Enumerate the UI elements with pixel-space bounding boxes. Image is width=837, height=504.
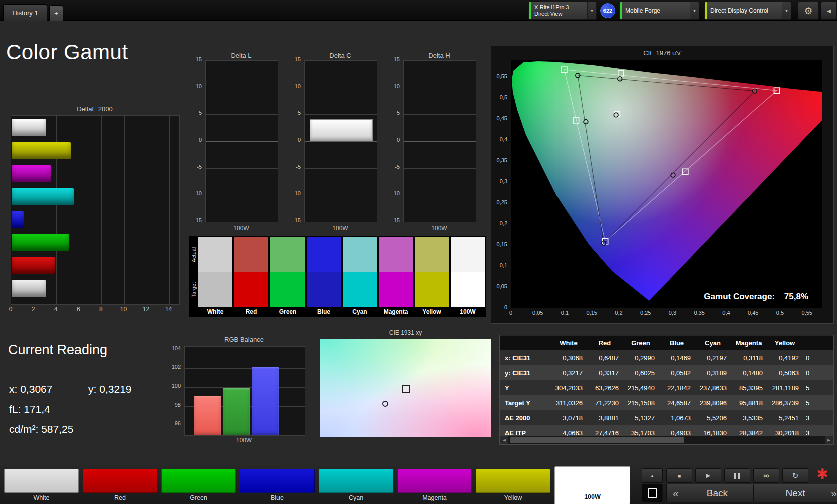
cie-xtick: 0,3 (662, 310, 684, 316)
deltae-xtick: 2 (26, 306, 41, 313)
pattern-label: Red (83, 494, 157, 501)
continuous-measure-button[interactable]: ∞ (753, 468, 779, 483)
table-row: ΔE ITP4,066327,471635,17030,490316,18302… (500, 425, 833, 436)
swatch-label: 100W (451, 307, 485, 316)
measurement-count-badge: 622 (600, 3, 615, 18)
deltae-bar-red (12, 257, 55, 274)
alert-button[interactable]: ✱ (810, 465, 834, 482)
table-col-header: Cyan (695, 339, 731, 347)
delta-ytick: -5 (385, 164, 400, 170)
x-label: x: (9, 383, 17, 395)
settings-button[interactable]: ⚙ (798, 2, 819, 20)
rgb-gridline (185, 350, 305, 350)
cie-ytick: 0,5 (500, 94, 507, 100)
delta-gridline (305, 168, 377, 169)
delta-ytick: 15 (385, 56, 400, 62)
deltae-bars (12, 116, 179, 304)
table-row: ΔE 20003,07183,88815,13271,06735,52063,5… (500, 410, 833, 425)
delta-gridline (206, 141, 278, 142)
chevron-double-right-icon: » (831, 487, 837, 499)
swatch-actual (379, 237, 413, 272)
delta-gridline (404, 195, 476, 195)
pattern-label: Magenta (397, 494, 472, 501)
scrollbar-track[interactable] (508, 436, 825, 444)
tab-history[interactable]: History 1 (3, 4, 47, 21)
up-arrow-icon: ▲ (650, 473, 655, 478)
pattern-swatch (476, 469, 550, 493)
pattern-swatch (319, 469, 393, 493)
table-cell: 0,4903 (659, 429, 695, 437)
pattern-window-button[interactable] (642, 484, 663, 502)
swatch-label: Red (234, 307, 268, 316)
table-cell: 5,1327 (623, 414, 659, 422)
spectral-locus-fill (511, 60, 822, 308)
table-scrollbar[interactable]: ◀ ▶ (500, 436, 833, 444)
back-button[interactable]: « Back (666, 484, 762, 502)
swatch-actual (343, 237, 377, 272)
delta-plot-1 (304, 60, 377, 222)
scroll-right-icon[interactable]: ▶ (825, 436, 833, 444)
pattern-magenta[interactable]: Magenta (397, 469, 472, 502)
delta-ytick: -10 (385, 190, 400, 196)
rgb-ylabels: 1041021009896 (165, 346, 182, 435)
cie-ylabels: 0,550,50,450,40,350,30,250,20,150,10,050 (491, 60, 509, 308)
chevron-down-icon: ▼ (587, 2, 596, 19)
swatch-label: Magenta (379, 307, 413, 316)
scroll-left-icon[interactable]: ◀ (500, 436, 508, 444)
cie-xtick: 0,1 (554, 310, 576, 316)
cie1976-title: CIE 1976 u'v' (491, 49, 833, 57)
stop-button[interactable]: ■ (666, 468, 692, 483)
delta-gridline (404, 114, 476, 115)
table-cell: 0,3217 (550, 369, 587, 377)
deltae-bar-yellow (12, 142, 71, 159)
current-reading-fl: fL: 171,4 (9, 403, 50, 415)
pattern-label: Cyan (319, 494, 393, 501)
meter-dropdown[interactable]: X-Rite i1Pro 3 Direct View ▼ (528, 2, 597, 20)
table-cell: 5,2451 (767, 414, 803, 422)
table-cell: 0,3317 (587, 369, 623, 377)
scrollbar-thumb[interactable] (510, 437, 684, 443)
cie-xtick: 0,15 (581, 310, 603, 316)
swatch-cyan: Cyan (343, 237, 377, 316)
rgb-xlabel: 100W (184, 437, 304, 444)
loop-button[interactable]: ↻ (782, 468, 808, 483)
pattern-100w[interactable]: 100W (554, 466, 630, 504)
pattern-red[interactable]: Red (83, 469, 157, 502)
pattern-green[interactable]: Green (161, 469, 236, 502)
play-button[interactable]: ▶ (695, 468, 721, 483)
display-control-dropdown[interactable]: Direct Display Control ▼ (704, 2, 791, 20)
pattern-white[interactable]: White (4, 469, 79, 502)
delta-ytick: -15 (385, 217, 400, 223)
table-cell: 30,2018 (767, 429, 803, 437)
pattern-yellow[interactable]: Yellow (476, 469, 550, 502)
next-button[interactable]: Next » (753, 484, 837, 502)
cie1931-plot (320, 339, 491, 437)
add-tab-button[interactable]: + (49, 5, 63, 21)
cd-value: 587,25 (41, 423, 73, 435)
pattern-cyan[interactable]: Cyan (319, 469, 393, 502)
delta-ytick: 0 (187, 137, 202, 143)
table-cell: 71,2230 (587, 399, 623, 407)
delta-ytick: 10 (187, 83, 202, 89)
delta-c-title: Delta C (304, 52, 376, 59)
table-cell: 3,8881 (587, 414, 623, 422)
table-cell: 63,2626 (587, 384, 623, 392)
collapse-panel-button[interactable]: ◀ (821, 2, 837, 20)
cie-xtick: 0,45 (742, 310, 764, 316)
table-row-label: Target Y (500, 399, 550, 407)
x-value: 0,3067 (20, 383, 52, 395)
pause-icon (734, 473, 736, 479)
current-reading-title: Current Reading (8, 342, 107, 358)
source-dropdown[interactable]: Mobile Forge ▼ (619, 2, 699, 20)
table-cell: 22,1842 (659, 384, 695, 392)
delta-gridline (404, 141, 476, 142)
rgb-bar-blue (252, 367, 279, 435)
table-cell-partial: 0 (803, 369, 833, 377)
pattern-blue[interactable]: Blue (240, 469, 315, 502)
table-row: x: CIE310,30680,64870,29900,14690,21970,… (500, 350, 833, 365)
cie-ytick: 0,2 (500, 220, 507, 226)
table-col-header: Magenta (731, 339, 767, 347)
cie1931-title: CIE 1931 xy (320, 329, 491, 336)
pause-button[interactable] (724, 468, 750, 483)
pattern-up-button[interactable]: ▲ (642, 468, 663, 483)
